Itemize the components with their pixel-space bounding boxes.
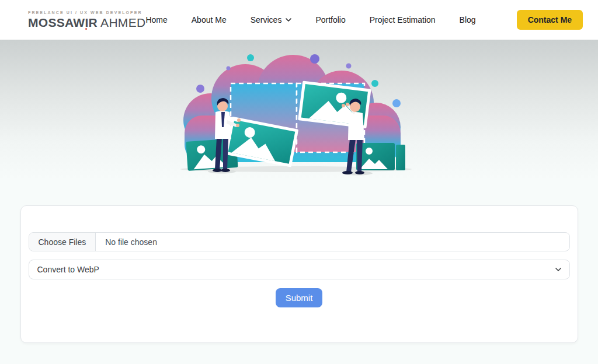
cloud-image-upload-illustration bbox=[176, 51, 422, 180]
submit-button[interactable]: Submit bbox=[276, 288, 323, 307]
file-chosen-status: No file chosen bbox=[96, 237, 157, 247]
site-logo[interactable]: FREELANCE UI / UX WEB DEVELOPER MOSSAWIR… bbox=[28, 10, 145, 30]
nav-item-project-estimation[interactable]: Project Estimation bbox=[370, 15, 436, 24]
logo-tagline: FREELANCE UI / UX WEB DEVELOPER bbox=[28, 10, 145, 15]
nav-item-portfolio[interactable]: Portfolio bbox=[315, 15, 345, 24]
main-nav: Home About Me Services Portfolio Project… bbox=[145, 10, 583, 30]
logo-name-bold: MOSSAWIR bbox=[28, 16, 98, 29]
nav-item-about-me[interactable]: About Me bbox=[192, 15, 227, 24]
nav-item-home[interactable]: Home bbox=[145, 15, 167, 24]
nav-item-blog[interactable]: Blog bbox=[460, 15, 476, 24]
logo-name-light: AHMED bbox=[100, 16, 145, 29]
header: FREELANCE UI / UX WEB DEVELOPER MOSSAWIR… bbox=[0, 0, 598, 40]
chevron-down-icon bbox=[286, 18, 291, 22]
logo-name: MOSSAWIRAHMED bbox=[28, 16, 145, 29]
file-input[interactable]: Choose Files No file chosen bbox=[29, 232, 570, 251]
nav-item-services[interactable]: Services bbox=[251, 15, 292, 24]
contact-me-button[interactable]: Contact Me bbox=[517, 10, 583, 30]
logo-red-dot bbox=[85, 28, 87, 30]
chevron-down-icon bbox=[555, 268, 561, 271]
hero-section bbox=[0, 40, 598, 181]
format-select-value: Convert to WebP bbox=[37, 265, 99, 274]
main-content: Choose Files No file chosen Convert to W… bbox=[0, 181, 598, 343]
format-select[interactable]: Convert to WebP bbox=[29, 260, 570, 279]
image-converter-card: Choose Files No file chosen Convert to W… bbox=[20, 205, 578, 343]
choose-files-button[interactable]: Choose Files bbox=[29, 233, 96, 251]
